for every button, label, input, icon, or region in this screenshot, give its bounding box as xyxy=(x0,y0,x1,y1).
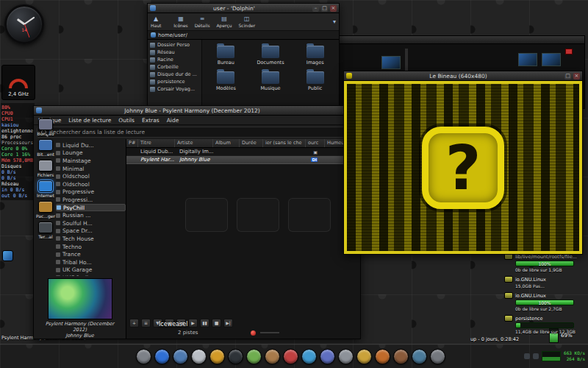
view-mode-button[interactable]: ▦ Icônes xyxy=(173,15,187,28)
places-item[interactable]: persistence xyxy=(148,78,201,85)
taskbar-icon-video[interactable] xyxy=(283,349,298,364)
tray-icon[interactable] xyxy=(524,353,530,359)
seek-slider[interactable] xyxy=(260,332,279,333)
taskbar-icon-office[interactable] xyxy=(320,349,335,364)
column-header[interactable]: P# xyxy=(126,139,138,147)
analog-clock-widget[interactable]: 14 xyxy=(4,4,44,44)
dock-item[interactable]: Pac...ger xyxy=(34,200,57,219)
folder-item[interactable]: Images xyxy=(293,43,337,66)
view-mode-button[interactable]: ▤ Aperçu xyxy=(217,15,232,28)
disk-gadget[interactable]: persistence 11,4GB de libre sur 12,3GB xyxy=(504,315,585,334)
playlist-item[interactable]: Liquid Du... xyxy=(56,141,126,149)
menu-item[interactable]: Outils xyxy=(118,117,135,124)
dock-item[interactable]: Bur...au xyxy=(34,118,57,137)
places-item[interactable]: Disque dur de ... xyxy=(148,71,201,78)
places-item[interactable]: Dossier Perso xyxy=(148,41,201,49)
folder-item[interactable]: Public xyxy=(293,69,337,91)
cpufreq-gadget[interactable]: 2,4 GHz xyxy=(1,65,35,100)
places-item[interactable]: Corsair Voyag... xyxy=(148,85,201,93)
folder-item[interactable]: Musique xyxy=(248,69,293,91)
menu-item[interactable]: Extras xyxy=(142,117,159,124)
up-button[interactable]: ▲ Haut xyxy=(151,15,161,28)
tray-icon[interactable] xyxy=(533,353,539,359)
taskbar-icon-trash[interactable] xyxy=(430,349,445,364)
places-item[interactable]: Réseau xyxy=(148,49,201,56)
column-header[interactable]: Titre xyxy=(138,139,175,147)
toolbar-overflow-button[interactable]: ▾ xyxy=(333,18,336,25)
folder-item[interactable]: Documents xyxy=(248,43,293,66)
disk-gadget[interactable]: lib/live/mount/rootfs/file... 100% 0b de… xyxy=(504,253,585,272)
taskbar-icon-packages[interactable] xyxy=(356,349,372,364)
player-titlebar[interactable]: Johnny Blue - Psylent Harmony (December … xyxy=(34,106,360,116)
dock-item[interactable]: Bit...ent xyxy=(34,138,57,158)
maximize-button[interactable]: □ xyxy=(321,5,328,12)
taskbar-icon-monitor[interactable] xyxy=(412,349,427,364)
playlist-item[interactable]: Russian ... xyxy=(56,211,126,219)
taskbar-icon-mail[interactable] xyxy=(191,349,207,364)
column-header[interactable]: Album xyxy=(213,139,240,147)
next-button[interactable]: ▶| xyxy=(223,319,233,328)
playlist-menu-button[interactable]: ≡ xyxy=(141,319,151,328)
dock-item[interactable]: Ter...al xyxy=(34,221,57,240)
image-viewer-titlebar[interactable]: Le Bineau (640x480) □ × xyxy=(344,71,582,81)
playlist-item[interactable]: UK Garage xyxy=(56,266,126,275)
background-window-titlebar[interactable] xyxy=(333,36,584,44)
playlist-item[interactable]: Oldschool xyxy=(56,180,126,188)
maximize-button[interactable]: □ xyxy=(564,73,571,79)
taskbar-icon-music[interactable] xyxy=(209,349,225,364)
playlist-item[interactable]: Mainstage xyxy=(56,157,126,165)
breadcrumb[interactable]: home/user/ xyxy=(148,31,339,40)
close-button[interactable]: × xyxy=(573,73,580,79)
folder-item[interactable]: Bureau xyxy=(204,43,248,66)
playlist-item[interactable]: Minimal xyxy=(56,165,126,173)
menu-item[interactable]: Aide xyxy=(167,117,179,124)
view-mode-button[interactable]: ◫ Scinder xyxy=(239,15,256,28)
playlist-item[interactable]: Soulful H... xyxy=(56,219,126,227)
track-row[interactable]: Liquid Dub... Digitally Im... ▣ xyxy=(126,148,360,156)
taskbar-icon-chat[interactable] xyxy=(301,349,317,364)
menu-item[interactable]: Liste de lecture xyxy=(68,117,111,124)
stop-button[interactable]: ■ xyxy=(212,319,221,328)
playlist-item[interactable]: PsyChill xyxy=(56,204,126,212)
column-header[interactable]: Artiste xyxy=(175,139,213,147)
playlist-item[interactable]: Tribal Ho... xyxy=(56,258,126,266)
taskbar-icon-browser[interactable] xyxy=(154,349,170,364)
disk-gadget[interactable]: io.GNU.Linux 15,0GB Pas... xyxy=(504,276,585,289)
tray-red-icon[interactable] xyxy=(565,49,573,54)
image-thumbnail[interactable] xyxy=(381,56,401,69)
image-thumbnail[interactable] xyxy=(542,53,561,66)
taskbar-icon-menu[interactable] xyxy=(136,349,151,364)
taskbar-icon-editor[interactable] xyxy=(246,349,262,364)
column-header[interactable]: ourc xyxy=(306,139,325,147)
playlist-item[interactable]: Trance xyxy=(56,250,126,258)
playlist-item[interactable]: Tech House xyxy=(56,235,126,243)
close-button[interactable]: × xyxy=(330,5,337,12)
dock-item[interactable]: Internet xyxy=(34,180,57,199)
playlist-item[interactable]: Lounge xyxy=(56,149,126,158)
view-mode-button[interactable]: ≡ Détails xyxy=(195,15,210,28)
taskbar-icon-burn[interactable] xyxy=(375,349,390,364)
disk-gadget[interactable]: io.GNU.Linux 100% 0b de libre sur 2,7GB xyxy=(504,292,585,311)
track-row[interactable]: Psylent Har... Johnny Blue DI xyxy=(126,156,360,164)
minimize-button[interactable]: – xyxy=(312,5,319,12)
column-header[interactable]: ier (sans le che xyxy=(263,139,306,147)
folder-item[interactable]: Modèles xyxy=(204,69,248,91)
dock-item[interactable]: Fichiers xyxy=(34,159,57,178)
taskbar-icon-terminal[interactable] xyxy=(228,349,243,364)
playlist-item[interactable]: Oldschool xyxy=(56,172,126,180)
places-item[interactable]: Racine xyxy=(148,56,201,63)
dolphin-titlebar[interactable]: user - 'Dolphin' – □ × xyxy=(148,4,339,13)
taskbar-icon-images[interactable] xyxy=(265,349,280,364)
places-item[interactable]: Corbeille xyxy=(148,63,201,71)
playlist-item[interactable]: Progressive xyxy=(56,188,126,197)
playlist-item[interactable]: Techno xyxy=(56,243,126,251)
pause-button[interactable]: ▮▮ xyxy=(200,319,209,328)
playlist-item[interactable]: Progressi... xyxy=(56,196,126,204)
play-button[interactable]: ▶ xyxy=(188,319,198,328)
taskbar-icon-games[interactable] xyxy=(393,349,409,364)
taskbar-icon-files[interactable] xyxy=(173,349,188,364)
column-header[interactable]: Durée xyxy=(240,139,263,147)
image-thumbnail[interactable] xyxy=(518,53,537,66)
record-indicator-icon[interactable] xyxy=(251,330,256,336)
playlist-item[interactable]: UMF Radio xyxy=(56,274,126,276)
